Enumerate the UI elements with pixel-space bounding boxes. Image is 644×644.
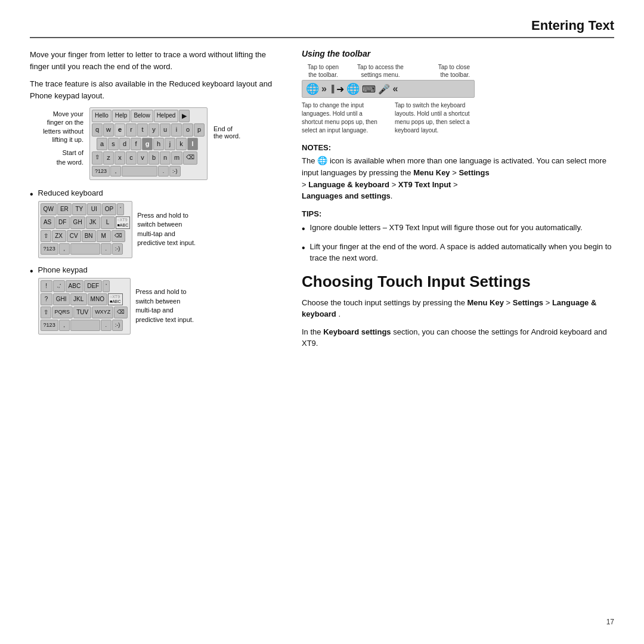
notes-end: .: [391, 191, 393, 200]
page-header: Entering Text: [30, 18, 614, 38]
icon-separator-bar: ▐: [329, 85, 335, 93]
r-key-space: [70, 243, 100, 255]
key-o: o: [182, 123, 193, 136]
toolbar-title: Using the toolbar: [302, 49, 614, 58]
page-title: Entering Text: [531, 18, 614, 33]
p-key-tuv: TUV: [73, 306, 91, 318]
label-tap-open: Tap to openthe toolbar.: [302, 63, 345, 79]
key-smiley: :-): [169, 166, 181, 177]
p-key-def: DEF: [84, 280, 102, 292]
bullet-phone: • Phone keypad ! .,' ABC DEF ': [30, 265, 280, 335]
r-key-op: OP: [102, 203, 116, 215]
icon-mic: 🎤: [378, 83, 390, 95]
suggestion-below: Below: [131, 110, 153, 122]
reduced-row3: ⇧ ZX CV BN M ⌫: [41, 230, 131, 242]
end-of-word-label: End ofthe word.: [213, 107, 240, 140]
key-t: t: [137, 123, 148, 136]
choosing-title: Choosing Touch Input Settings: [302, 273, 614, 291]
notes-title: NOTES:: [302, 143, 614, 152]
move-finger-label: Move yourfinger on theletters withoutlif…: [30, 110, 83, 144]
key-p: p: [194, 123, 205, 136]
p-key-123: ?123: [41, 320, 58, 331]
xt9-badge-2: ○XT9 ■ABC: [108, 293, 123, 306]
r-key-del: ⌫: [112, 230, 125, 242]
p-key-pqrs: PQRS: [52, 306, 73, 318]
r-key-1: ': [117, 203, 124, 215]
key-x: x: [114, 151, 125, 164]
tips-section: TIPS: • Ignore double letters – XT9 Text…: [302, 209, 614, 264]
key-w: w: [103, 123, 114, 136]
icon-globe: 🌐: [306, 82, 319, 95]
reduced-row2: AS DF GH JK L ○XT9 ■ABC: [41, 216, 131, 229]
key-y: y: [148, 123, 159, 136]
main-keyboard-section: Move yourfinger on theletters withoutlif…: [30, 107, 280, 180]
r-key-zx: ZX: [52, 230, 66, 242]
icon-chevrons-left: «: [392, 83, 398, 94]
notes-settings: Settings: [459, 168, 489, 177]
icon-chevrons: »: [321, 83, 327, 94]
choosing-end: .: [338, 309, 340, 318]
zxcv-row: ⇧ z x c v b n m ⌫: [92, 151, 205, 164]
key-j: j: [165, 138, 175, 150]
phone-keyboard: ! .,' ABC DEF ' ? GHI JKL M: [38, 278, 131, 335]
choosing-keyboard-settings: Keyboard settings: [323, 327, 391, 336]
suggestion-hello: Hello: [92, 110, 112, 122]
key-shift: ⇧: [92, 151, 103, 164]
notes-gt1: >: [450, 168, 459, 177]
key-i: i: [171, 123, 182, 136]
reduced-label: Reduced keyboard: [38, 188, 197, 197]
suggestion-row: Hello Help Below Helped ▶: [92, 110, 205, 122]
suggestion-help: Help: [112, 110, 131, 122]
key-s: s: [108, 138, 119, 150]
phone-row4: ?123 , . :-): [41, 320, 129, 331]
p-key-shift: ⇧: [41, 306, 51, 318]
key-v: v: [137, 151, 148, 164]
xt9-badge-1: ○XT9 ■ABC: [116, 216, 131, 229]
choosing-p2: In the Keyboard settings section, you ca…: [302, 326, 614, 349]
notes-globe-icon: 🌐: [317, 156, 330, 165]
phone-row3: ⇧ PQRS TUV WXYZ ⌫: [41, 306, 129, 318]
key-l: l: [187, 138, 198, 150]
r-key-df: DF: [55, 216, 70, 229]
choosing-p1-pre: Choose the touch input settings by press…: [302, 298, 467, 307]
p-key-q2: ?: [41, 293, 52, 306]
key-m: m: [171, 151, 182, 164]
p-key-ghi: GHI: [53, 293, 70, 306]
tip-2-text: Lift your finger at the end of the word.…: [310, 241, 614, 264]
keyboard-left-labels: Move yourfinger on theletters withoutlif…: [30, 107, 83, 169]
notes-lang-keyboard: Language & keyboard: [308, 180, 389, 189]
key-r: r: [126, 123, 137, 136]
p-key-period: .: [101, 320, 112, 331]
main-keyboard-diagram: Move yourfinger on theletters withoutlif…: [30, 107, 280, 180]
notes-body: The 🌐 icon is available when more than o…: [302, 154, 614, 202]
notes-text-pre: The: [302, 156, 315, 165]
key-c: c: [126, 151, 137, 164]
reduced-keyboard-container: QW ER TY UI OP ' AS DF GH: [38, 201, 197, 258]
key-n: n: [160, 151, 171, 164]
p-key-jkl: JKL: [70, 293, 87, 306]
r-key-period: .: [101, 243, 112, 255]
notes-menu-key: Menu Key: [413, 168, 450, 177]
r-key-as: AS: [41, 216, 55, 229]
r-key-bn: BN: [82, 230, 96, 242]
p-key-1: !: [41, 280, 52, 292]
toolbar-top-labels: Tap to openthe toolbar. Tap to access th…: [302, 63, 614, 79]
key-h: h: [153, 138, 164, 150]
r-key-gh: GH: [70, 216, 85, 229]
r-key-cv: CV: [67, 230, 81, 242]
r-key-ty: TY: [72, 203, 86, 215]
p-key-space: [70, 320, 100, 331]
phone-label: Phone keypad: [38, 265, 196, 274]
key-b: b: [148, 151, 159, 164]
phone-keypad-section: Phone keypad ! .,' ABC DEF ': [38, 265, 196, 335]
notes-gt3: >: [389, 180, 398, 189]
reduced-note: Press and hold to switch between multi-t…: [137, 211, 197, 248]
tip-1-text: Ignore double letters – XT9 Text Input w…: [310, 222, 583, 234]
key-e: e: [114, 123, 125, 136]
left-column: Move your finger from letter to letter t…: [30, 49, 280, 612]
r-key-jk: JK: [86, 216, 100, 229]
tip-1: • Ignore double letters – XT9 Text Input…: [302, 222, 614, 236]
icon-keyboard: ⌨: [362, 83, 376, 95]
asdf-row: a s d f g h j k l: [97, 138, 205, 150]
key-comma: ,: [110, 166, 121, 177]
